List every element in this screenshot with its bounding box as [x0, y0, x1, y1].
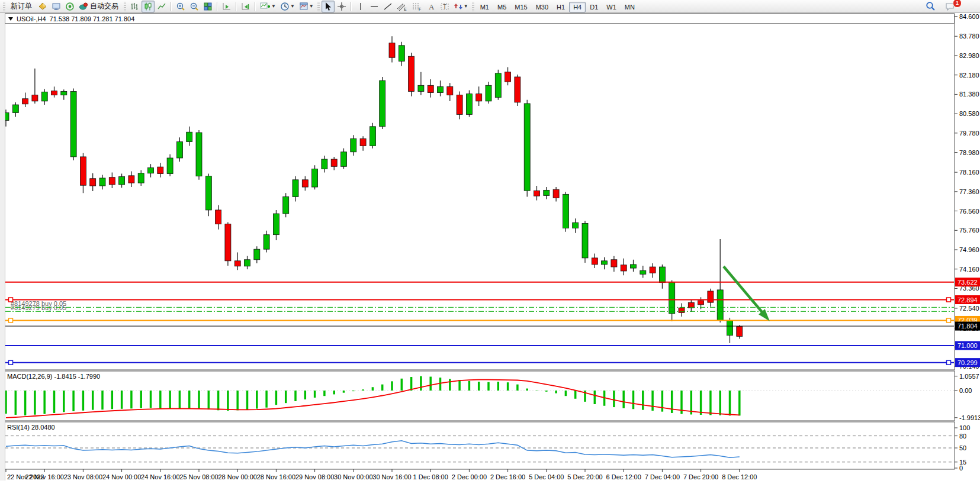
line-selection-marker[interactable] [9, 318, 13, 322]
timeframe-button-w1[interactable]: W1 [602, 2, 621, 12]
chart-symbol-period: USOil-,H4 [17, 15, 46, 22]
candle [312, 169, 318, 187]
zoom-out-icon[interactable] [188, 1, 201, 12]
time-tick-label: 25 Nov 08:00 [179, 473, 218, 480]
zoom-in-icon[interactable] [174, 1, 187, 12]
bar-chart-mode-icon[interactable] [128, 1, 141, 12]
price-tick-label: 80.580 [959, 110, 979, 117]
timeframe-button-h1[interactable]: H1 [552, 2, 569, 12]
new-order-button[interactable]: 新订单 [7, 1, 36, 12]
candle [466, 94, 472, 115]
time-tick-label: 24 Nov 00:00 [102, 473, 141, 480]
candle [138, 173, 144, 183]
signals-icon[interactable] [63, 1, 76, 12]
candle [99, 178, 105, 186]
arrows-tool-icon[interactable]: ▼ [452, 1, 470, 12]
fibonacci-tool-icon[interactable]: F [410, 1, 424, 12]
candle [32, 95, 38, 101]
templates-icon[interactable]: ▼ [297, 1, 316, 12]
periods-icon[interactable]: ▼ [278, 1, 297, 12]
svg-text:T: T [443, 4, 446, 10]
bottom-margin [0, 480, 980, 487]
svg-text:A: A [429, 2, 435, 11]
candle [515, 77, 520, 102]
candle [273, 214, 279, 235]
candle [196, 133, 202, 176]
search-icon[interactable] [924, 1, 937, 12]
crosshair-tool-icon[interactable] [335, 1, 348, 12]
indicators-icon[interactable]: ▼ [258, 1, 278, 12]
toolbar-grip [3, 2, 5, 11]
timeframe-button-m15[interactable]: M15 [510, 2, 531, 12]
candle [176, 142, 182, 158]
line-selection-marker[interactable] [947, 318, 951, 322]
candle [109, 178, 115, 185]
arrows-dropdown-caret[interactable]: ▼ [464, 4, 468, 9]
time-tick-label: 24 Nov 16:00 [141, 473, 179, 480]
chart-area[interactable]: #8149278 buy 0.05#8149279 buy 0.0584.600… [0, 13, 980, 487]
line-chart-mode-icon[interactable] [155, 1, 168, 12]
one-click-trading-expander-icon[interactable] [8, 17, 13, 21]
timeframe-button-m5[interactable]: M5 [493, 2, 510, 12]
candle [234, 261, 240, 266]
line-selection-marker[interactable] [9, 360, 13, 365]
candle [399, 46, 404, 62]
candle [70, 92, 76, 157]
price-tick-label: 82.980 [959, 52, 979, 59]
chat-icon[interactable]: 1 [943, 1, 957, 12]
candle [369, 127, 375, 146]
vertical-line-tool-icon[interactable] [354, 1, 367, 12]
rsi-axis-label: 100 [959, 424, 970, 431]
line-selection-marker[interactable] [9, 298, 13, 302]
candle [438, 86, 444, 92]
candle [495, 73, 501, 98]
candle [669, 282, 675, 314]
toolbar-separator [236, 2, 237, 11]
candle [611, 260, 617, 267]
timeframe-button-m1[interactable]: M1 [476, 2, 493, 12]
timeframe-button-m30[interactable]: M30 [532, 2, 552, 12]
time-tick-label: 23 Nov 08:00 [64, 473, 102, 480]
price-tick-label: 74.960 [959, 246, 979, 253]
chat-notification-badge: 1 [953, 0, 962, 8]
trendline-tool-icon[interactable] [381, 1, 394, 12]
timeframe-button-d1[interactable]: D1 [586, 2, 602, 12]
timeframe-toolbar: M1M5M15M30H1H4D1W1MN [476, 1, 639, 12]
time-tick-label: 2 Dec 00:00 [452, 473, 487, 480]
candle [428, 85, 433, 92]
periods-dropdown-caret[interactable]: ▼ [290, 4, 295, 9]
rsi-indicator-label: RSI(14) 28.0480 [7, 424, 55, 431]
chart-shift-icon[interactable] [239, 1, 252, 12]
market-watch-icon[interactable] [36, 1, 49, 12]
text-label-tool-icon[interactable]: T [438, 1, 451, 12]
macd-axis-label: 0.00 [959, 387, 972, 394]
candle [283, 196, 289, 214]
channel-tool-icon[interactable]: E [395, 1, 409, 12]
line-selection-marker[interactable] [947, 360, 951, 365]
candle [216, 210, 221, 224]
auto-trading-button[interactable]: 自动交易 [77, 1, 122, 12]
candle [486, 85, 491, 101]
candle [225, 224, 231, 261]
line-selection-marker[interactable] [947, 298, 951, 302]
terminal-icon[interactable] [50, 1, 63, 12]
horizontal-line-tool-icon[interactable] [368, 1, 381, 12]
candlestick-mode-icon[interactable] [142, 1, 155, 12]
tile-windows-icon[interactable] [201, 1, 214, 12]
candle [602, 261, 608, 265]
timeframe-button-h4[interactable]: H4 [569, 2, 586, 12]
candle [245, 260, 250, 266]
templates-dropdown-caret[interactable]: ▼ [309, 4, 314, 9]
time-tick-label: 2 Dec 16:00 [490, 473, 525, 480]
timeframe-button-mn[interactable]: MN [621, 2, 639, 12]
text-tool-icon[interactable]: A [425, 1, 438, 12]
candle [621, 265, 626, 271]
indicators-dropdown-caret[interactable]: ▼ [271, 4, 276, 9]
cursor-tool-icon[interactable] [322, 1, 335, 12]
auto-scroll-icon[interactable] [220, 1, 233, 12]
candle [592, 258, 597, 265]
time-axis[interactable]: 22 Nov 202222 Nov 16:0023 Nov 08:0024 No… [6, 469, 757, 480]
toolbar-grip [124, 2, 126, 11]
price-flag-label: 70.299 [957, 359, 978, 366]
chart-canvas[interactable]: #8149278 buy 0.05#8149279 buy 0.0584.600… [0, 13, 980, 487]
